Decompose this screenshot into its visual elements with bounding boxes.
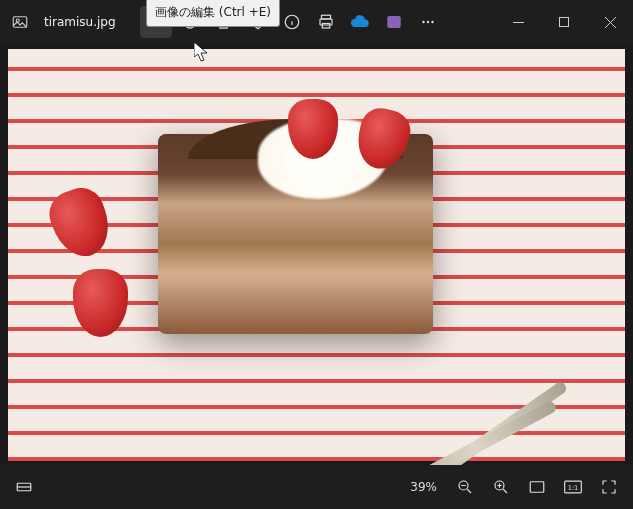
more-icon: [419, 13, 437, 31]
svg-text:1:1: 1:1: [568, 484, 579, 492]
tooltip-text: 画像の編集 (Ctrl +E): [155, 5, 271, 19]
print-button[interactable]: [310, 6, 342, 38]
close-button[interactable]: [587, 6, 633, 38]
titlebar: 画像の編集 (Ctrl +E) tiramisu.jpg: [0, 0, 633, 44]
actual-size-icon: 1:1: [563, 479, 583, 495]
displayed-image: [8, 49, 625, 461]
minimize-icon: [513, 17, 524, 28]
cloud-button[interactable]: [344, 6, 376, 38]
clipchamp-icon: [385, 13, 403, 31]
info-icon: [283, 13, 301, 31]
fit-to-window-button[interactable]: [521, 471, 553, 503]
actual-size-button[interactable]: 1:1: [557, 471, 589, 503]
zoom-out-icon: [456, 478, 474, 496]
filmstrip-icon: [15, 478, 33, 496]
svg-point-8: [422, 21, 424, 23]
svg-rect-6: [322, 24, 330, 29]
window-controls: [495, 6, 633, 38]
zoom-in-icon: [492, 478, 510, 496]
info-button[interactable]: [276, 6, 308, 38]
print-icon: [317, 13, 335, 31]
more-button[interactable]: [412, 6, 444, 38]
maximize-icon: [559, 17, 570, 28]
zoom-percent-label[interactable]: 39%: [410, 480, 437, 494]
svg-rect-15: [530, 482, 544, 493]
svg-rect-7: [387, 16, 401, 28]
filename-label: tiramisu.jpg: [44, 15, 116, 29]
bottombar: 39% 1:1: [0, 465, 633, 509]
fullscreen-button[interactable]: [593, 471, 625, 503]
zoom-in-button[interactable]: [485, 471, 517, 503]
svg-rect-11: [559, 17, 568, 26]
photos-app-icon: [8, 10, 32, 34]
clipchamp-button[interactable]: [378, 6, 410, 38]
maximize-button[interactable]: [541, 6, 587, 38]
close-icon: [605, 17, 616, 28]
image-viewport[interactable]: [0, 44, 633, 465]
cloud-icon: [350, 12, 370, 32]
zoom-out-button[interactable]: [449, 471, 481, 503]
edit-tooltip: 画像の編集 (Ctrl +E): [146, 0, 280, 27]
filmstrip-toggle-button[interactable]: [8, 471, 40, 503]
svg-point-10: [431, 21, 433, 23]
minimize-button[interactable]: [495, 6, 541, 38]
fit-window-icon: [528, 478, 546, 496]
svg-point-9: [426, 21, 428, 23]
fullscreen-icon: [600, 478, 618, 496]
